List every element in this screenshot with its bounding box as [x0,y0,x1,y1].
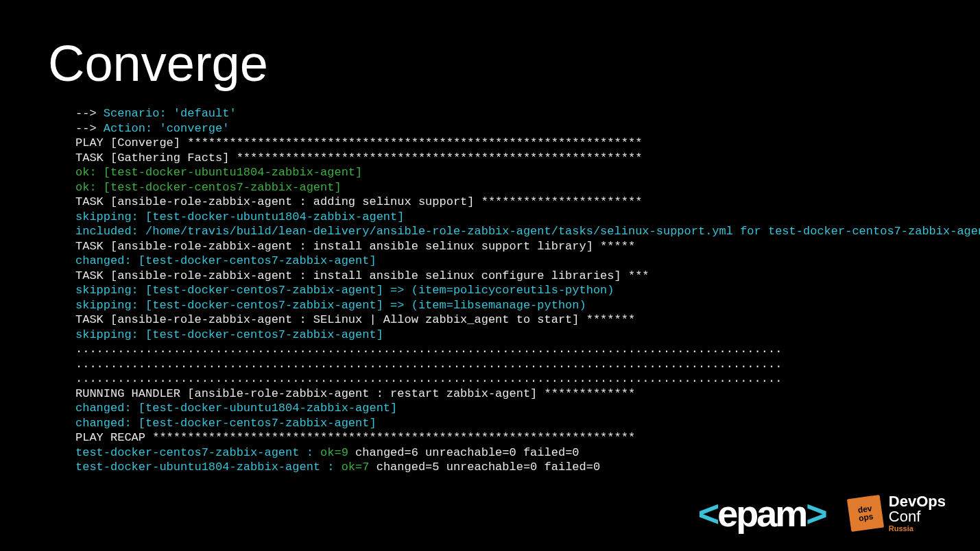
terminal-output: --> Scenario: 'default' --> Action: 'con… [75,106,932,475]
epam-logo: <epam> [698,492,826,535]
devops-text: DevOps Conf Russia [889,494,946,532]
term-segment: skipping: [test-docker-centos7-zabbix-ag… [75,328,383,341]
term-segment: skipping: [test-docker-centos7-zabbix-ag… [75,284,614,297]
term-segment: changed=6 unreachable=0 failed=0 [348,446,579,459]
devops-line2: Conf [889,509,946,524]
term-segment: --> [75,122,104,135]
devops-line1: DevOps [889,494,946,509]
term-segment: Scenario: 'default' [104,107,237,120]
slide: Converge --> Scenario: 'default' --> Act… [0,0,980,551]
epam-text: epam [717,492,806,535]
term-segment: TASK [ansible-role-zabbix-agent : adding… [75,195,642,208]
term-segment: changed=5 unreachable=0 failed=0 [369,461,600,474]
term-segment: Action: 'converge' [104,122,230,135]
angle-close-icon: > [806,492,826,535]
devops-badge-icon: devops [847,495,884,532]
term-segment: test-docker-centos7-zabbix-agent : [75,446,320,459]
devops-badge-bot: ops [858,512,874,524]
devops-conf-logo: devops DevOps Conf Russia [849,494,946,532]
term-segment: ok: [test-docker-ubuntu1804-zabbix-agent… [75,166,362,179]
term-segment: test-docker-ubuntu1804-zabbix-agent : [75,461,342,474]
term-segment: TASK [ansible-role-zabbix-agent : SELinu… [75,313,635,326]
term-segment: TASK [ansible-role-zabbix-agent : instal… [75,269,649,282]
term-segment: changed: [test-docker-centos7-zabbix-age… [75,254,377,267]
term-segment: TASK [ansible-role-zabbix-agent : instal… [75,240,635,253]
term-segment: ........................................… [75,358,782,371]
term-segment: changed: [test-docker-centos7-zabbix-age… [75,417,377,430]
slide-title: Converge [48,34,932,93]
term-segment: ok=9 [320,446,348,459]
term-segment: changed: [test-docker-ubuntu1804-zabbix-… [75,402,397,415]
term-segment: PLAY RECAP *****************************… [75,431,635,444]
term-segment: ........................................… [75,343,782,356]
term-segment: skipping: [test-docker-centos7-zabbix-ag… [75,299,586,312]
devops-line3: Russia [889,524,946,532]
term-segment: skipping: [test-docker-ubuntu1804-zabbix… [75,210,404,223]
term-segment: included: /home/travis/build/lean-delive… [75,225,980,238]
term-segment: --> [75,107,104,120]
term-segment: ok: [test-docker-centos7-zabbix-agent] [75,181,342,194]
term-segment: ok=7 [342,461,370,474]
term-segment: TASK [Gathering Facts] *****************… [75,151,642,164]
term-segment: ........................................… [75,372,782,385]
term-segment: RUNNING HANDLER [ansible-role-zabbix-age… [75,387,635,400]
term-segment: PLAY [Converge] ************************… [75,136,642,149]
logo-bar: <epam> devops DevOps Conf Russia [698,492,946,535]
angle-open-icon: < [698,492,718,535]
